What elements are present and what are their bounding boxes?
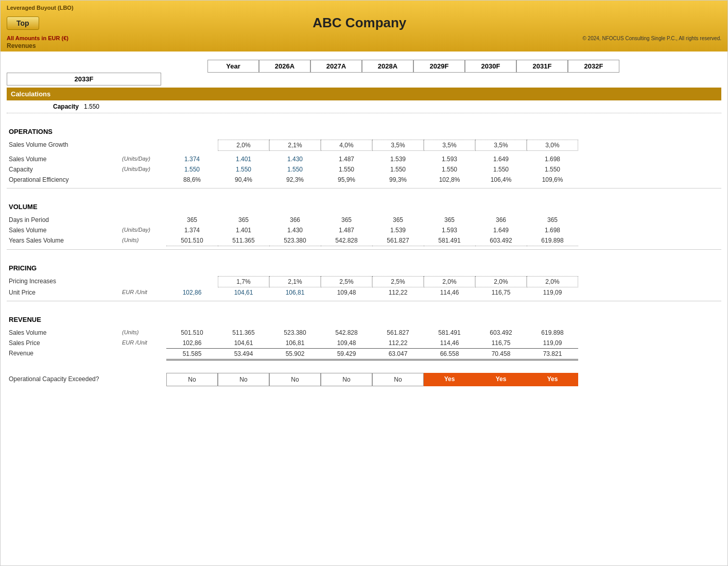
rev-sp-row: Sales Price EUR /Unit 102,86 104,61 106,… (7, 338, 721, 348)
unit-price-2029: 109,48 (321, 287, 372, 298)
unit-price-label: Unit Price (7, 287, 120, 298)
days-2032: 366 (475, 215, 527, 225)
op-cap-label: Operational Capacity Exceeded? (7, 373, 120, 386)
op-cap-2032: Yes (475, 373, 527, 386)
days-row: Days in Period 365 365 366 365 365 365 3… (7, 215, 721, 225)
rev-unit (120, 348, 166, 361)
vol-sv-2029: 1.487 (321, 225, 372, 235)
rev-sp-2026: 102,86 (166, 338, 218, 348)
rev-2031: 66.558 (424, 348, 475, 361)
vol-sv-2026: 1.374 (166, 225, 218, 235)
ops-cap-row: Capacity (Units/Day) 1.550 1.550 1.550 1… (7, 164, 721, 175)
rev-sp-2027: 104,61 (218, 338, 269, 348)
ysv-row: Years Sales Volume (Units) 501.510 511.3… (7, 235, 721, 250)
svgrowth-2028: 2,1% (269, 140, 321, 151)
rev-sv-unit: (Units) (120, 328, 166, 338)
operations-header: OPERATIONS (7, 128, 721, 135)
ops-sv-2029: 1.487 (321, 154, 372, 164)
rev-sp-2028: 106,81 (269, 338, 321, 348)
days-2028: 366 (269, 215, 321, 225)
vol-sv-2032: 1.649 (475, 225, 527, 235)
ops-sv-row: Sales Volume (Units/Day) 1.374 1.401 1.4… (7, 154, 721, 164)
vol-sv-row: Sales Volume (Units/Day) 1.374 1.401 1.4… (7, 225, 721, 235)
rev-2032: 70.458 (475, 348, 527, 361)
unit-price-2027: 104,61 (218, 287, 269, 298)
vol-sv-2028: 1.430 (269, 225, 321, 235)
ops-eff-unit (120, 175, 166, 185)
op-cap-2028: No (269, 373, 321, 386)
ops-eff-2030: 99,3% (372, 175, 424, 185)
pricing-inc-2026 (166, 276, 218, 287)
ops-cap-label: Capacity (7, 164, 120, 175)
ops-eff-2032: 106,4% (475, 175, 527, 185)
ops-cap-2029: 1.550 (321, 164, 372, 175)
company-name: ABC Company (39, 13, 680, 33)
svgrowth-2029: 4,0% (321, 140, 372, 151)
ops-cap-2030: 1.550 (372, 164, 424, 175)
unit-price-2026: 102,86 (166, 287, 218, 298)
year-2033: 2033F (7, 73, 161, 85)
op-cap-2033: Yes (527, 373, 578, 386)
op-cap-2029: No (321, 373, 372, 386)
ops-sv-2026: 1.374 (166, 154, 218, 164)
ops-eff-2029: 95,9% (321, 175, 372, 185)
rev-sv-2027: 511.365 (218, 328, 269, 338)
ysv-2028: 523.380 (269, 235, 321, 246)
pricing-header: PRICING (7, 264, 721, 272)
ysv-unit: (Units) (120, 235, 166, 246)
op-cap-2026: No (166, 373, 218, 386)
op-cap-2030: No (372, 373, 424, 386)
rev-2030: 63.047 (372, 348, 424, 361)
rev-sv-2028: 523.380 (269, 328, 321, 338)
rev-sv-row: Sales Volume (Units) 501.510 511.365 523… (7, 328, 721, 338)
svgrowth-2030: 3,5% (372, 140, 424, 151)
days-label: Days in Period (7, 215, 120, 225)
unit-price-2032: 116,75 (475, 287, 527, 298)
pricing-inc-label: Pricing Increases (7, 276, 120, 287)
ops-sv-unit: (Units/Day) (120, 154, 166, 164)
vol-sv-unit: (Units/Day) (120, 225, 166, 235)
capacity-value: 1.550 (84, 103, 130, 110)
rev-label: Revenue (7, 348, 120, 361)
unit-price-2030: 112,22 (372, 287, 424, 298)
unit-price-unit: EUR /Unit (120, 287, 166, 298)
days-2030: 365 (372, 215, 424, 225)
year-2027: 2027A (310, 60, 362, 73)
op-cap-2027: No (218, 373, 269, 386)
year-2026: 2026A (259, 60, 310, 73)
rev-row: Revenue 51.585 53.494 55.902 59.429 63.0… (7, 348, 721, 363)
vol-sv-2033: 1.698 (527, 225, 578, 235)
year-2029: 2029F (413, 60, 465, 73)
ops-eff-row: Operational Efficiency 88,6% 90,4% 92,3%… (7, 175, 721, 188)
unit-price-2031: 114,46 (424, 287, 475, 298)
top-button[interactable]: Top (7, 16, 39, 30)
rev-sp-2029: 109,48 (321, 338, 372, 348)
svgrowth-2033: 3,0% (527, 140, 578, 151)
ops-eff-label: Operational Efficiency (7, 175, 120, 185)
lbo-label: Leveraged Buyout (LBO) (7, 5, 721, 11)
rev-sp-2033: 119,09 (527, 338, 578, 348)
pricing-inc-row: Pricing Increases 1,7% 2,1% 2,5% 2,5% 2,… (7, 276, 721, 287)
rev-sv-2029: 542.828 (321, 328, 372, 338)
ops-eff-2027: 90,4% (218, 175, 269, 185)
op-cap-2031: Yes (424, 373, 475, 386)
ysv-2027: 511.365 (218, 235, 269, 246)
pricing-inc-2028: 2,1% (269, 276, 321, 287)
pricing-inc-unit (120, 276, 166, 287)
rev-2029: 59.429 (321, 348, 372, 361)
rev-sv-2033: 619.898 (527, 328, 578, 338)
revenue-header: REVENUE (7, 316, 721, 323)
vol-sv-2031: 1.593 (424, 225, 475, 235)
ops-eff-2028: 92,3% (269, 175, 321, 185)
capacity-label: Capacity (7, 103, 84, 110)
ops-cap-2028: 1.550 (269, 164, 321, 175)
volume-header: VOLUME (7, 203, 721, 211)
amounts-label: All Amounts in EUR (€) (7, 35, 68, 41)
days-2026: 365 (166, 215, 218, 225)
ops-cap-2026: 1.550 (166, 164, 218, 175)
ysv-2033: 619.898 (527, 235, 578, 246)
vol-sv-label: Sales Volume (7, 225, 120, 235)
calculations-banner: Calculations (7, 88, 721, 100)
days-2033: 365 (527, 215, 578, 225)
ops-cap-unit: (Units/Day) (120, 164, 166, 175)
